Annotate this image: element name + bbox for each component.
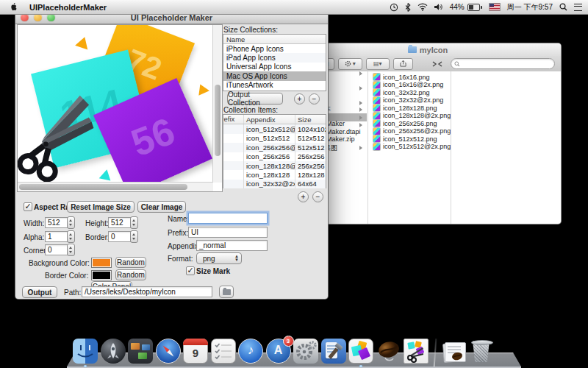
border-color-swatch[interactable] — [91, 270, 112, 280]
background-color-swatch[interactable] — [91, 258, 112, 268]
preview-vertical-scrollbar[interactable] — [212, 25, 222, 183]
png-file-icon — [373, 104, 381, 112]
random-border-button[interactable]: Random — [115, 269, 146, 280]
finder-item-fragment[interactable]: rMaker.dtapi — [324, 128, 361, 135]
size-collection-item[interactable]: iPhone App Icons — [223, 44, 326, 53]
scrollbar-thumb[interactable] — [19, 184, 187, 190]
browse-path-button[interactable] — [219, 286, 234, 298]
clear-image-button[interactable]: Clear Image — [137, 201, 186, 213]
border-stepper[interactable] — [130, 230, 138, 243]
collection-item-row[interactable]: icon_256x256@2x512x512 — [223, 143, 326, 152]
finder-file[interactable]: icon_512x512@2x.png — [373, 143, 451, 151]
collection-item-row[interactable]: icon_512x512@2x1024x1024 — [223, 124, 326, 133]
dock-reminders-icon[interactable] — [211, 339, 236, 364]
arrange-button[interactable]: ▤▾ — [366, 58, 390, 70]
finder-file[interactable]: icon_32x32@2x.png — [373, 96, 443, 105]
path-field[interactable]: /Users/leks/Desktop/myIcon — [82, 286, 212, 297]
dock-coffee-bean-icon[interactable] — [376, 339, 401, 364]
share-button[interactable] — [393, 58, 413, 70]
prefix-field[interactable]: UI — [188, 227, 268, 238]
add-collection-button[interactable]: + — [294, 93, 305, 105]
finder-file[interactable]: icon_512x512.png — [373, 135, 437, 143]
appendix-field[interactable]: _normal — [196, 240, 268, 251]
finder-file[interactable]: icon_256x256.png — [373, 119, 437, 127]
size-collection-item[interactable]: iPad App Icons — [223, 53, 326, 62]
input-source-flag-icon[interactable] — [489, 3, 501, 11]
app-window[interactable]: UI Placeholder Maker 72 114 56 — [15, 10, 329, 300]
finder-file[interactable]: icon_32x32.png — [373, 88, 430, 96]
border-color-label: Border Color: — [45, 272, 88, 280]
name-field[interactable] — [188, 213, 268, 224]
remove-item-button[interactable]: − — [312, 191, 323, 202]
dock-itunes-icon[interactable]: ♪ — [238, 339, 263, 364]
output-button[interactable]: Output — [22, 286, 57, 298]
scrollbar-thumb[interactable] — [215, 85, 220, 155]
quick-look-arrows-icon[interactable] — [427, 59, 447, 69]
size-collection-item-selected[interactable]: Mac OS App Icons — [223, 71, 326, 80]
time-machine-icon[interactable] — [390, 3, 398, 12]
menubar-clock[interactable]: 周一 下午9:57 — [507, 2, 553, 13]
dock-app-store-icon[interactable]: A 3 — [266, 339, 291, 364]
dock-safari-icon[interactable] — [156, 339, 181, 364]
collection-item-row[interactable]: icon_128x128@2x256x256 — [223, 161, 326, 170]
collection-item-row[interactable]: icon_512x512512x512 — [223, 134, 326, 143]
volume-icon[interactable] — [434, 3, 443, 11]
height-stepper[interactable] — [130, 216, 138, 229]
width-field[interactable]: 512 — [45, 217, 70, 228]
menubar-app-name[interactable]: UIPlaceholderMaker — [29, 3, 107, 12]
height-field[interactable]: 512 — [108, 217, 133, 228]
notification-center-icon[interactable] — [574, 4, 582, 11]
size-mark-checkbox[interactable]: ✓ — [186, 266, 195, 275]
finder-file[interactable]: icon_16x16@2x.png — [373, 81, 443, 89]
column-header-name[interactable]: Name — [223, 35, 326, 44]
spotlight-icon[interactable] — [559, 3, 567, 11]
folder-icon — [223, 289, 231, 295]
add-item-button[interactable]: + — [298, 191, 309, 202]
border-field[interactable]: 0 — [108, 231, 133, 242]
aspect-ratio-checkbox[interactable]: ✓ — [24, 202, 32, 211]
reset-image-size-button[interactable]: Reset Image Size — [67, 201, 135, 213]
finder-window[interactable]: myIcon ▦ ▾ ▤▾ 本 — [294, 43, 562, 224]
collection-item-row[interactable]: icon_128x128128x128 — [223, 170, 326, 179]
action-gear-button[interactable]: ▾ — [338, 58, 362, 70]
dock-image-scissors-icon[interactable] — [404, 339, 429, 364]
dock-finder-icon[interactable] — [73, 339, 98, 364]
size-collection-item[interactable]: Universal App Icons — [223, 63, 326, 71]
finder-file[interactable]: icon_16x16.png — [373, 73, 430, 81]
dock-launchpad-icon[interactable] — [101, 339, 126, 364]
format-dropdown[interactable]: png ▲▼ — [196, 252, 242, 264]
wifi-icon[interactable] — [417, 3, 428, 11]
size-collections-list[interactable]: Name iPhone App Icons iPad App Icons Uni… — [223, 34, 326, 91]
alpha-field[interactable]: 1 — [45, 231, 70, 242]
apple-menu-icon[interactable] — [10, 2, 19, 12]
output-collection-button[interactable]: Output Collection — [227, 93, 283, 105]
finder-file[interactable]: icon_128x128@2x.png — [373, 112, 451, 120]
dock-trash-icon[interactable] — [469, 339, 494, 364]
dock-uiplaceholdermaker-icon[interactable] — [348, 339, 373, 364]
dock-calendar-icon[interactable]: 9 — [183, 339, 208, 364]
collection-item-row[interactable]: icon_32x32@2x64x64 — [223, 180, 326, 188]
dock-system-preferences-icon[interactable] — [293, 339, 318, 364]
preview-horizontal-scrollbar[interactable] — [18, 182, 213, 191]
finder-file[interactable]: icon_256x256@2x.png — [373, 127, 451, 135]
finder-titlebar[interactable]: myIcon — [295, 43, 561, 56]
corner-field[interactable]: 0 — [45, 244, 70, 255]
image-preview-canvas[interactable]: 72 114 56 — [17, 24, 223, 192]
collection-items-header[interactable]: Prefix Appendix Size — [223, 115, 326, 124]
dock-mission-control-icon[interactable] — [128, 339, 153, 364]
remove-collection-button[interactable]: − — [309, 93, 320, 105]
finder-item-fragment[interactable]: rMaker.zip — [324, 135, 355, 143]
width-stepper[interactable] — [67, 216, 75, 229]
corner-stepper[interactable] — [67, 244, 75, 256]
random-background-button[interactable]: Random — [115, 257, 146, 268]
size-collection-item[interactable]: iTunesArtwork — [223, 81, 326, 90]
collection-items-table[interactable]: Prefix Appendix Size icon_512x512@2x1024… — [223, 114, 326, 188]
dock-xcode-icon[interactable] — [321, 339, 346, 364]
dock-documents-stack-icon[interactable] — [441, 339, 466, 364]
finder-file[interactable]: icon_128x128.png — [373, 104, 437, 112]
battery-indicator[interactable]: 44% — [450, 3, 482, 11]
bluetooth-icon[interactable] — [405, 3, 411, 12]
finder-search-field[interactable] — [451, 58, 555, 69]
collection-item-row[interactable]: icon_256x256256x256 — [223, 152, 326, 161]
alpha-stepper[interactable] — [67, 230, 75, 243]
